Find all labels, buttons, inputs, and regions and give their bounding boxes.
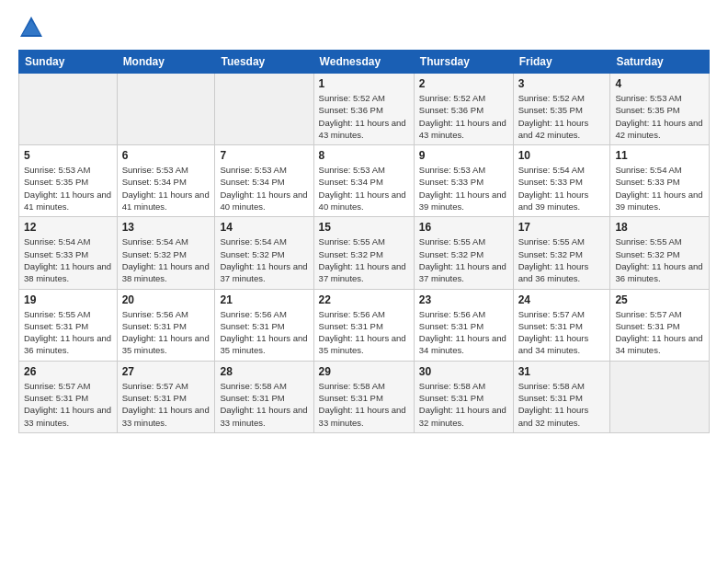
day-number: 18 — [615, 221, 704, 234]
calendar-cell: 25Sunrise: 5:57 AM Sunset: 5:31 PM Dayli… — [610, 289, 710, 361]
calendar-cell: 26Sunrise: 5:57 AM Sunset: 5:31 PM Dayli… — [19, 361, 118, 432]
header-cell-wednesday: Wednesday — [313, 51, 414, 74]
calendar-cell: 10Sunrise: 5:54 AM Sunset: 5:33 PM Dayli… — [513, 145, 610, 217]
day-number: 9 — [419, 149, 508, 162]
calendar-cell: 24Sunrise: 5:57 AM Sunset: 5:31 PM Dayli… — [513, 289, 610, 361]
day-info: Sunrise: 5:56 AM Sunset: 5:31 PM Dayligh… — [122, 308, 210, 357]
calendar-cell: 28Sunrise: 5:58 AM Sunset: 5:31 PM Dayli… — [215, 361, 313, 432]
day-number: 5 — [24, 149, 112, 162]
day-number: 23 — [419, 293, 508, 306]
calendar-cell: 6Sunrise: 5:53 AM Sunset: 5:34 PM Daylig… — [117, 145, 215, 217]
day-number: 22 — [319, 293, 409, 306]
day-number: 13 — [122, 221, 210, 234]
day-number: 3 — [518, 77, 606, 90]
day-number: 4 — [615, 77, 704, 90]
day-info: Sunrise: 5:54 AM Sunset: 5:33 PM Dayligh… — [518, 164, 606, 213]
day-info: Sunrise: 5:55 AM Sunset: 5:32 PM Dayligh… — [319, 236, 409, 284]
calendar-cell: 22Sunrise: 5:56 AM Sunset: 5:31 PM Dayli… — [313, 289, 414, 361]
calendar-cell: 3Sunrise: 5:52 AM Sunset: 5:35 PM Daylig… — [513, 74, 610, 145]
calendar-cell: 5Sunrise: 5:53 AM Sunset: 5:35 PM Daylig… — [19, 145, 118, 217]
calendar-cell: 13Sunrise: 5:54 AM Sunset: 5:32 PM Dayli… — [117, 217, 215, 289]
day-info: Sunrise: 5:53 AM Sunset: 5:34 PM Dayligh… — [319, 164, 409, 213]
header-row: SundayMondayTuesdayWednesdayThursdayFrid… — [19, 51, 710, 74]
day-number: 7 — [220, 149, 308, 162]
day-info: Sunrise: 5:53 AM Sunset: 5:34 PM Dayligh… — [122, 164, 210, 213]
calendar-cell: 17Sunrise: 5:55 AM Sunset: 5:32 PM Dayli… — [513, 217, 610, 289]
calendar-cell: 12Sunrise: 5:54 AM Sunset: 5:33 PM Dayli… — [19, 217, 118, 289]
header-cell-saturday: Saturday — [610, 51, 710, 74]
calendar-cell: 31Sunrise: 5:58 AM Sunset: 5:31 PM Dayli… — [513, 361, 610, 432]
header — [18, 15, 710, 40]
day-number: 16 — [419, 221, 508, 234]
calendar-week-row: 26Sunrise: 5:57 AM Sunset: 5:31 PM Dayli… — [19, 361, 710, 432]
calendar-cell — [610, 361, 710, 432]
calendar-week-row: 5Sunrise: 5:53 AM Sunset: 5:35 PM Daylig… — [19, 145, 710, 217]
day-number: 11 — [615, 149, 704, 162]
day-info: Sunrise: 5:56 AM Sunset: 5:31 PM Dayligh… — [220, 308, 308, 357]
day-number: 2 — [419, 77, 508, 90]
calendar-header: SundayMondayTuesdayWednesdayThursdayFrid… — [19, 51, 710, 74]
calendar-table: SundayMondayTuesdayWednesdayThursdayFrid… — [18, 50, 710, 433]
calendar-cell: 23Sunrise: 5:56 AM Sunset: 5:31 PM Dayli… — [414, 289, 513, 361]
day-number: 15 — [319, 221, 409, 234]
day-info: Sunrise: 5:57 AM Sunset: 5:31 PM Dayligh… — [24, 380, 112, 429]
day-number: 14 — [220, 221, 308, 234]
day-info: Sunrise: 5:54 AM Sunset: 5:32 PM Dayligh… — [220, 236, 308, 284]
day-info: Sunrise: 5:53 AM Sunset: 5:34 PM Dayligh… — [220, 164, 308, 213]
day-info: Sunrise: 5:58 AM Sunset: 5:31 PM Dayligh… — [419, 380, 508, 429]
day-info: Sunrise: 5:57 AM Sunset: 5:31 PM Dayligh… — [518, 308, 606, 357]
day-number: 19 — [24, 293, 112, 306]
day-number: 26 — [24, 365, 112, 378]
header-cell-thursday: Thursday — [414, 51, 513, 74]
day-info: Sunrise: 5:52 AM Sunset: 5:36 PM Dayligh… — [319, 92, 409, 141]
day-info: Sunrise: 5:57 AM Sunset: 5:31 PM Dayligh… — [122, 380, 210, 429]
day-number: 10 — [518, 149, 606, 162]
calendar-cell: 4Sunrise: 5:53 AM Sunset: 5:35 PM Daylig… — [610, 74, 710, 145]
calendar-cell — [117, 74, 215, 145]
day-number: 17 — [518, 221, 606, 234]
day-number: 24 — [518, 293, 606, 306]
day-info: Sunrise: 5:55 AM Sunset: 5:31 PM Dayligh… — [24, 308, 112, 357]
calendar-cell: 15Sunrise: 5:55 AM Sunset: 5:32 PM Dayli… — [313, 217, 414, 289]
day-info: Sunrise: 5:58 AM Sunset: 5:31 PM Dayligh… — [319, 380, 409, 429]
day-number: 25 — [615, 293, 704, 306]
day-number: 8 — [319, 149, 409, 162]
header-cell-sunday: Sunday — [19, 51, 118, 74]
calendar-cell: 7Sunrise: 5:53 AM Sunset: 5:34 PM Daylig… — [215, 145, 313, 217]
header-cell-tuesday: Tuesday — [215, 51, 313, 74]
day-info: Sunrise: 5:56 AM Sunset: 5:31 PM Dayligh… — [419, 308, 508, 357]
calendar-cell: 11Sunrise: 5:54 AM Sunset: 5:33 PM Dayli… — [610, 145, 710, 217]
day-info: Sunrise: 5:58 AM Sunset: 5:31 PM Dayligh… — [220, 380, 308, 429]
day-number: 1 — [319, 77, 409, 90]
calendar-cell: 29Sunrise: 5:58 AM Sunset: 5:31 PM Dayli… — [313, 361, 414, 432]
day-info: Sunrise: 5:52 AM Sunset: 5:35 PM Dayligh… — [518, 92, 606, 141]
calendar-week-row: 19Sunrise: 5:55 AM Sunset: 5:31 PM Dayli… — [19, 289, 710, 361]
calendar-cell: 18Sunrise: 5:55 AM Sunset: 5:32 PM Dayli… — [610, 217, 710, 289]
page: SundayMondayTuesdayWednesdayThursdayFrid… — [0, 0, 728, 563]
calendar-cell: 2Sunrise: 5:52 AM Sunset: 5:36 PM Daylig… — [414, 74, 513, 145]
day-info: Sunrise: 5:57 AM Sunset: 5:31 PM Dayligh… — [615, 308, 704, 357]
day-info: Sunrise: 5:53 AM Sunset: 5:33 PM Dayligh… — [419, 164, 508, 213]
calendar-cell: 9Sunrise: 5:53 AM Sunset: 5:33 PM Daylig… — [414, 145, 513, 217]
calendar-cell: 21Sunrise: 5:56 AM Sunset: 5:31 PM Dayli… — [215, 289, 313, 361]
calendar-cell: 1Sunrise: 5:52 AM Sunset: 5:36 PM Daylig… — [313, 74, 414, 145]
calendar-cell: 16Sunrise: 5:55 AM Sunset: 5:32 PM Dayli… — [414, 217, 513, 289]
calendar-cell: 14Sunrise: 5:54 AM Sunset: 5:32 PM Dayli… — [215, 217, 313, 289]
svg-marker-1 — [22, 20, 40, 35]
day-number: 30 — [419, 365, 508, 378]
calendar-cell — [215, 74, 313, 145]
day-number: 28 — [220, 365, 308, 378]
day-number: 29 — [319, 365, 409, 378]
day-info: Sunrise: 5:52 AM Sunset: 5:36 PM Dayligh… — [419, 92, 508, 141]
logo — [18, 15, 48, 40]
day-number: 6 — [122, 149, 210, 162]
calendar-cell: 30Sunrise: 5:58 AM Sunset: 5:31 PM Dayli… — [414, 361, 513, 432]
day-info: Sunrise: 5:53 AM Sunset: 5:35 PM Dayligh… — [24, 164, 112, 213]
day-number: 21 — [220, 293, 308, 306]
calendar-body: 1Sunrise: 5:52 AM Sunset: 5:36 PM Daylig… — [19, 74, 710, 433]
day-number: 27 — [122, 365, 210, 378]
header-cell-friday: Friday — [513, 51, 610, 74]
day-number: 12 — [24, 221, 112, 234]
logo-icon — [18, 15, 44, 40]
calendar-week-row: 1Sunrise: 5:52 AM Sunset: 5:36 PM Daylig… — [19, 74, 710, 145]
